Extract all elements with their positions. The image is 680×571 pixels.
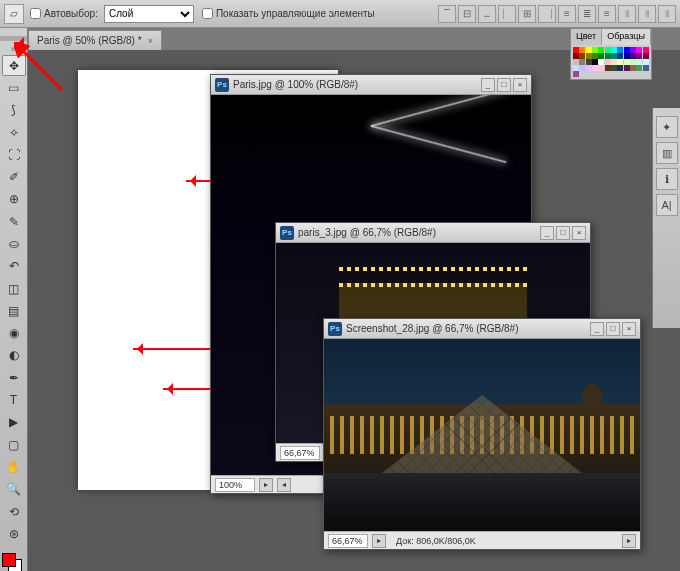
align-vcenter-icon[interactable]: ⊟ [458,5,476,23]
eraser-tool[interactable]: ◫ [2,278,26,298]
swatch[interactable] [636,65,642,71]
show-controls-text: Показать управляющие элементы [216,8,375,19]
status-btn[interactable]: ▸ [372,534,386,548]
align-hcenter-icon[interactable]: ⊞ [518,5,536,23]
navigator-icon[interactable]: ✦ [656,116,678,138]
panel-tabs: Цвет Образцы [571,29,651,45]
ps-icon: Ps [328,322,342,336]
blur-tool[interactable]: ◉ [2,323,26,343]
pen-tool[interactable]: ✒ [2,368,26,388]
distribute-right-icon[interactable]: ⦀ [658,5,676,23]
current-tool-indicator: ▱ [4,4,24,24]
swatch[interactable] [624,65,630,71]
options-bar: ▱ Автовыбор: Слой Показать управляющие э… [0,0,680,28]
path-select-tool[interactable]: ▶ [2,412,26,432]
dodge-tool[interactable]: ◐ [2,345,26,365]
heal-tool[interactable]: ⊕ [2,189,26,209]
swatch[interactable] [630,65,636,71]
align-right-icon[interactable]: ⎹ [538,5,556,23]
swatch[interactable] [605,65,611,71]
window-title: Paris.jpg @ 100% (RGB/8#) [233,79,358,90]
doc-size-label: Док: 806,0K/806,0K [396,536,476,546]
3d-orbit-tool[interactable]: ⊛ [2,524,26,544]
light-row [339,283,527,287]
swatch-grid[interactable] [571,45,651,79]
distribute-vcenter-icon[interactable]: ≣ [578,5,596,23]
panel-dock: ✦ ▥ ℹ A| [652,108,680,328]
brush-tool[interactable]: ✎ [2,212,26,232]
minimize-icon[interactable]: _ [540,226,554,240]
annotation-arrow-tool [14,42,64,92]
light-beam [371,125,507,163]
distribute-hcenter-icon[interactable]: ⦀ [638,5,656,23]
right-panels: Цвет Образцы ✦ ▥ ℹ A| [570,28,680,571]
stamp-tool[interactable]: ⛀ [2,234,26,254]
color-swatches[interactable] [0,549,24,571]
tab-color[interactable]: Цвет [571,29,602,45]
rectangle-tool[interactable]: ▢ [2,435,26,455]
swatch[interactable] [617,65,623,71]
zoom-field[interactable]: 66,67% [280,446,320,460]
wand-tool[interactable]: ✧ [2,122,26,142]
align-bottom-icon[interactable]: ⎽ [478,5,496,23]
histogram-icon[interactable]: ▥ [656,142,678,164]
swatch[interactable] [611,65,617,71]
lasso-tool[interactable]: ⟆ [2,100,26,120]
auto-select-checkbox-label[interactable]: Автовыбор: [30,8,98,19]
history-brush-tool[interactable]: ↶ [2,256,26,276]
show-controls-checkbox-label[interactable]: Показать управляющие элементы [202,8,375,19]
close-icon[interactable]: × [513,78,527,92]
swatches-panel: Цвет Образцы [570,28,652,80]
hand-tool[interactable]: ✋ [2,457,26,477]
window-titlebar[interactable]: Ps paris_3.jpg @ 66,7% (RGB/8#) _ □ × [276,223,590,243]
info-icon[interactable]: ℹ [656,168,678,190]
gradient-tool[interactable]: ▤ [2,301,26,321]
maximize-icon[interactable]: □ [556,226,570,240]
close-icon[interactable]: × [148,36,153,46]
align-top-icon[interactable]: ⎺ [438,5,456,23]
align-left-icon[interactable]: ⎸ [498,5,516,23]
window-titlebar[interactable]: Ps Paris.jpg @ 100% (RGB/8#) _ □ × [211,75,531,95]
show-controls-checkbox[interactable] [202,8,213,19]
toolbox: » ✥ ▭ ⟆ ✧ ⛶ ✐ ⊕ ✎ ⛀ ↶ ◫ ▤ ◉ ◐ ✒ T ▶ ▢ ✋ … [0,28,28,571]
3d-rotate-tool[interactable]: ⟲ [2,501,26,521]
tab-swatches[interactable]: Образцы [602,29,651,45]
eyedropper-tool[interactable]: ✐ [2,167,26,187]
character-icon[interactable]: A| [656,194,678,216]
maximize-icon[interactable]: □ [497,78,511,92]
crop-tool[interactable]: ⛶ [2,145,26,165]
swatch[interactable] [592,65,598,71]
foreground-color[interactable] [2,553,16,567]
distribute-top-icon[interactable]: ≡ [558,5,576,23]
light-beam [371,95,507,127]
zoom-field[interactable]: 66,67% [328,534,368,548]
status-btn[interactable]: ◂ [277,478,291,492]
layer-group-dropdown[interactable]: Слой [104,5,194,23]
ps-icon: Ps [280,226,294,240]
swatch[interactable] [643,65,649,71]
auto-select-checkbox[interactable] [30,8,41,19]
minimize-icon[interactable]: _ [481,78,495,92]
light-row [339,267,527,271]
distribute-bottom-icon[interactable]: ≡ [598,5,616,23]
distribute-left-icon[interactable]: ⦀ [618,5,636,23]
align-buttons-group: ⎺ ⊟ ⎽ ⎸ ⊞ ⎹ ≡ ≣ ≡ ⦀ ⦀ ⦀ [438,5,676,23]
zoom-tool[interactable]: 🔍 [2,479,26,499]
window-title: Screenshot_28.jpg @ 66,7% (RGB/8#) [346,323,518,334]
svg-line-0 [20,48,62,90]
zoom-field[interactable]: 100% [215,478,255,492]
auto-select-text: Автовыбор: [44,8,98,19]
swatch[interactable] [598,65,604,71]
swatch[interactable] [573,71,579,77]
status-btn[interactable]: ▸ [259,478,273,492]
swatch[interactable] [579,65,585,71]
type-tool[interactable]: T [2,390,26,410]
window-title: paris_3.jpg @ 66,7% (RGB/8#) [298,227,436,238]
ps-icon: Ps [215,78,229,92]
swatch[interactable] [586,65,592,71]
